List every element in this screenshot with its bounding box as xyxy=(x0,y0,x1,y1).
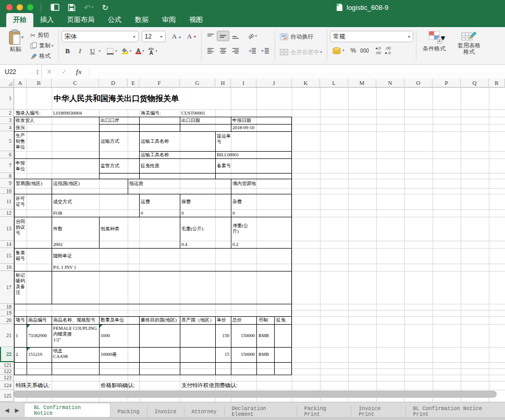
cell-consignor-label[interactable]: 收发货人 xyxy=(16,117,34,124)
merge-center-button[interactable]: 合并后居中 ▾ xyxy=(278,47,324,57)
bold-button[interactable]: B xyxy=(61,45,74,57)
align-left-button[interactable] xyxy=(204,45,217,56)
column-header-C[interactable]: C xyxy=(52,79,99,88)
ribbon-tab-开始[interactable]: 开始 xyxy=(6,13,33,27)
number-format-select[interactable]: 常规 ▾ xyxy=(330,31,413,42)
cell-pre-entry-label[interactable]: 预录入编号: xyxy=(16,109,41,117)
ribbon-tab-页面布局[interactable]: 页面布局 xyxy=(60,13,101,27)
sheet-tab-declaration-element[interactable]: Declaration Element xyxy=(224,406,297,417)
row-header-15[interactable]: 15 xyxy=(0,248,14,264)
cell-item-header-name[interactable]: 商品名称、规格型号 xyxy=(53,316,95,324)
column-header-G[interactable]: G xyxy=(180,79,215,88)
increase-indent-button[interactable] xyxy=(259,45,272,56)
next-sheet-button[interactable]: ▶ xyxy=(15,407,19,414)
row-header-20[interactable]: 20 xyxy=(0,316,14,324)
sheet-tab-bl-confirmation-notice[interactable]: BL Confirmation Notice xyxy=(24,403,110,417)
redo-button[interactable]: ↻ xyxy=(102,4,109,11)
prev-sheet-button[interactable]: ◀ xyxy=(5,407,9,414)
cell-package-label[interactable]: 包装种类 xyxy=(101,217,119,241)
cell-declare-date-label[interactable]: 申报日期 xyxy=(232,117,251,124)
row-header-5[interactable]: 5 xyxy=(0,131,14,151)
cell-arrival-country-label[interactable]: 运抵国(地区) xyxy=(53,179,80,188)
row-header-17[interactable]: 17 xyxy=(0,271,14,304)
row-header-4[interactable]: 4 xyxy=(0,124,14,131)
align-bottom-button[interactable] xyxy=(229,31,242,41)
ribbon-tab-插入[interactable]: 插入 xyxy=(33,13,60,27)
column-header-N[interactable]: N xyxy=(376,79,404,88)
close-window-button[interactable] xyxy=(6,4,13,10)
cell-freight-value[interactable]: 0 xyxy=(141,209,143,217)
cancel-entry-button[interactable]: ✕ xyxy=(46,68,52,76)
column-header-M[interactable]: M xyxy=(348,79,376,88)
column-header-Q[interactable]: Q xyxy=(461,79,489,88)
cell-attached-docs-label[interactable]: 随附单证 xyxy=(53,248,72,264)
cell-container-label[interactable]: 集装 箱号 xyxy=(16,250,25,262)
cell-item2-price[interactable]: 15 xyxy=(210,347,229,362)
row-header-3[interactable]: 3 xyxy=(0,117,14,124)
insert-function-button[interactable]: fx xyxy=(76,68,82,76)
cell-export-date-label[interactable]: 出口日期 xyxy=(181,117,200,124)
cell-insurance-value[interactable]: 0 xyxy=(181,209,184,217)
decrease-indent-button[interactable] xyxy=(246,45,259,56)
cell-misc-fee-value[interactable]: 0 xyxy=(232,209,235,217)
column-header-H[interactable]: H xyxy=(215,79,231,88)
confirm-entry-button[interactable]: ✓ xyxy=(61,68,67,76)
column-header-R[interactable]: R xyxy=(489,79,505,88)
save-button[interactable] xyxy=(68,4,76,11)
ribbon-tab-数据[interactable]: 数据 xyxy=(128,13,155,27)
toggle-panel-button[interactable] xyxy=(51,4,59,11)
row-header-6[interactable]: 6 xyxy=(0,151,14,158)
percent-style-button[interactable]: % xyxy=(348,45,358,56)
underline-dropdown-icon[interactable]: ▾ xyxy=(99,49,101,53)
row-header-18[interactable]: 18 xyxy=(0,304,14,310)
cell-pieces-label[interactable]: 件数 xyxy=(53,217,63,241)
cell-transport-tool-label[interactable]: 运输工具名称 xyxy=(141,131,169,151)
cell-attached-docs-value[interactable]: P/L 1 INV 1 xyxy=(53,264,76,271)
cell-royalty-confirm-label[interactable]: 支付特许权使用费确认: xyxy=(181,381,238,390)
row-header-22[interactable]: 22 xyxy=(0,347,14,362)
align-right-button[interactable] xyxy=(229,45,242,56)
cell-transport-tool2-label[interactable]: 运输工具名称 xyxy=(141,151,169,158)
format-as-table-button[interactable]: 套用表格 格式 xyxy=(453,31,485,55)
cell-item-header-qty[interactable]: 数量及单位 xyxy=(101,316,124,324)
cell-item1-no[interactable]: 1 xyxy=(16,324,18,347)
italic-button[interactable]: I xyxy=(74,45,87,57)
cell-levy-nature-label[interactable]: 征免性质 xyxy=(141,158,159,173)
column-header-B[interactable]: B xyxy=(27,79,52,88)
cell-pre-entry-value[interactable]: L01809030004 xyxy=(53,109,82,117)
cell-record-no-label[interactable]: 备案号 xyxy=(217,158,231,173)
cell-license-label[interactable]: 许可 证号 xyxy=(16,196,25,207)
cell-item2-name[interactable]: 纸盒 CAA98 xyxy=(53,348,68,360)
row-header-10[interactable]: 10 xyxy=(0,188,14,194)
name-box[interactable]: U22 ▲ ▼ xyxy=(0,65,42,79)
cell-freight-label[interactable]: 运费 xyxy=(141,194,150,209)
paste-button[interactable]: ▾ 粘贴 xyxy=(3,29,28,64)
row-header-7[interactable]: 7 xyxy=(0,158,14,173)
cell-insurance-label[interactable]: 保费 xyxy=(181,194,191,209)
cell-bill-no-label[interactable]: 提运单 号 xyxy=(217,133,231,145)
cell-declare-unit-label[interactable]: 申报 单位 xyxy=(16,160,25,172)
cell-bill-no-value[interactable]: BILL00001 xyxy=(217,151,239,158)
decrease-decimal-button[interactable]: .00 ▸.0 xyxy=(383,45,393,56)
align-center-button[interactable] xyxy=(217,45,229,56)
row-header-14[interactable]: 14 xyxy=(0,241,14,248)
cell-item-header-dest[interactable]: 最终目的国(地区) xyxy=(141,316,177,324)
row-header-2[interactable]: 2 xyxy=(0,109,14,117)
cell-declare-date-value[interactable]: 2018-09-10 xyxy=(232,124,254,131)
cell-export-port-label[interactable]: 出口口岸 xyxy=(101,117,119,124)
column-header-P[interactable]: P xyxy=(433,79,461,88)
sheet-tab-packing[interactable]: Packing xyxy=(110,406,147,417)
cell-item-header-levy[interactable]: 征免 xyxy=(276,316,286,324)
column-header-D[interactable]: D xyxy=(99,79,128,88)
sheet-tab-bl-confirmation-notice-print[interactable]: BL Confirmation Notice Print xyxy=(405,406,505,417)
row-header-121[interactable]: 121 xyxy=(0,362,14,368)
comma-style-button[interactable]: 000 xyxy=(358,45,371,56)
increase-decimal-button[interactable]: ◂.0 .00 xyxy=(373,45,383,56)
cell-item1-name[interactable]: FEMALE COUPLING 内螺直接 1/2″ xyxy=(53,326,97,343)
select-all-corner[interactable] xyxy=(0,79,14,88)
cell-item2-code[interactable]: 151219 xyxy=(28,347,42,362)
align-middle-button[interactable] xyxy=(217,31,229,41)
shrink-font-button[interactable]: A ▼ xyxy=(183,31,199,42)
sheet-tab-invoice[interactable]: Invoice xyxy=(147,406,184,417)
cell-item1-code[interactable]: 73182900 xyxy=(28,324,47,347)
